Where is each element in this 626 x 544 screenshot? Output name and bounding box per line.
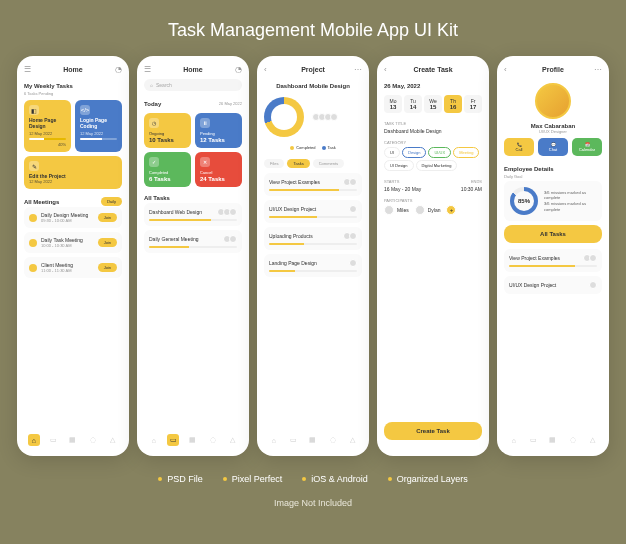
search-input[interactable]: ⌕ Search <box>144 79 242 91</box>
nav-home-icon[interactable]: ⌂ <box>508 434 520 446</box>
calendar-day[interactable]: Th16 <box>444 95 462 113</box>
input-dates[interactable]: 16 May - 20 May <box>384 186 421 192</box>
meeting-item[interactable]: Daily Task Meeting 10:00 - 10:30 AM Join <box>24 232 122 253</box>
menu-icon[interactable]: ☰ <box>144 65 151 74</box>
daily-goal-label: Daily Goal <box>504 174 602 179</box>
tab-comments[interactable]: Comments <box>313 159 344 168</box>
stat-label: Pending <box>200 131 237 136</box>
meeting-item[interactable]: Daily Design Meeting 09:30 - 10:00 AM Jo… <box>24 207 122 228</box>
nav-home-icon[interactable]: ⌂ <box>268 434 280 446</box>
profile-avatar[interactable] <box>535 83 571 119</box>
design-icon: ◧ <box>29 105 39 115</box>
stat-completed[interactable]: ✓ Completed 6 Tasks <box>144 152 191 187</box>
filter-pill[interactable]: Daily <box>101 197 122 206</box>
notification-icon[interactable]: ◔ <box>115 65 122 74</box>
calendar-day[interactable]: We15 <box>424 95 442 113</box>
nav-profile-icon[interactable]: △ <box>586 434 598 446</box>
input-time[interactable]: 10:30 AM <box>461 186 482 192</box>
back-icon[interactable]: ‹ <box>504 65 507 74</box>
calendar-button[interactable]: 📅Calendar <box>572 138 602 156</box>
clock-icon: ◷ <box>149 118 159 128</box>
nav-profile-icon[interactable]: △ <box>346 434 358 446</box>
nav-profile-icon[interactable]: △ <box>106 434 118 446</box>
nav-folder-icon[interactable]: ▭ <box>287 434 299 446</box>
input-task-title[interactable]: Dashboard Mobile Design <box>384 128 482 134</box>
nav-folder-icon[interactable]: ▭ <box>167 434 179 446</box>
nav-calendar-icon[interactable]: ▦ <box>67 434 79 446</box>
nav-chat-icon[interactable]: ◌ <box>207 434 219 446</box>
today-date: 26 May 2022 <box>219 101 242 106</box>
category-pill[interactable]: UI/UX <box>428 147 451 158</box>
calendar-day[interactable]: Fr17 <box>464 95 482 113</box>
stat-pending[interactable]: ⏸ Pending 12 Tasks <box>195 113 242 148</box>
task-card[interactable]: ✎ Edit the Project 12 May 2022 <box>24 156 122 189</box>
status-dot <box>29 239 37 247</box>
nav-calendar-icon[interactable]: ▦ <box>547 434 559 446</box>
category-pill[interactable]: Design <box>402 147 426 158</box>
nav-folder-icon[interactable]: ▭ <box>47 434 59 446</box>
assignee-avatars <box>217 208 237 216</box>
task-list-item[interactable]: Uploading Products <box>264 227 362 250</box>
stat-ongoing[interactable]: ◷ Ongoing 10 Tasks <box>144 113 191 148</box>
screen-title: Create Task <box>413 66 452 73</box>
task-list-item[interactable]: UI/UX Design Project <box>264 200 362 223</box>
goal-line: 3/6 missions marked as complete <box>544 190 596 201</box>
create-task-button[interactable]: Create Task <box>384 422 482 440</box>
category-pill[interactable]: Meeting <box>453 147 479 158</box>
task-list-item[interactable]: Daily General Meeting <box>144 230 242 253</box>
participant[interactable]: Miles <box>384 205 409 215</box>
label-category: CATEGORY <box>384 140 482 145</box>
nav-chat-icon[interactable]: ◌ <box>87 434 99 446</box>
nav-folder-icon[interactable]: ▭ <box>527 434 539 446</box>
more-icon[interactable]: ⋯ <box>354 65 362 74</box>
menu-icon[interactable]: ☰ <box>24 65 31 74</box>
code-icon: </> <box>80 105 90 115</box>
nav-calendar-icon[interactable]: ▦ <box>187 434 199 446</box>
all-tasks-button[interactable]: All Tasks <box>504 225 602 243</box>
tab-files[interactable]: Files <box>264 159 284 168</box>
bottom-nav: ⌂ ▭ ▦ ◌ △ <box>504 430 602 446</box>
stat-value: 12 Tasks <box>200 137 237 143</box>
nav-home-icon[interactable]: ⌂ <box>28 434 40 446</box>
task-card[interactable]: </> Login Page Coding 12 May 2022 <box>75 100 122 152</box>
nav-profile-icon[interactable]: △ <box>226 434 238 446</box>
call-button[interactable]: 📞Call <box>504 138 534 156</box>
task-card[interactable]: ◧ Home Page Design 12 May 2022 40% <box>24 100 71 152</box>
category-pill[interactable]: Digital Marketing <box>416 160 458 171</box>
join-button[interactable]: Join <box>98 213 117 222</box>
stat-value: 6 Tasks <box>149 176 186 182</box>
task-list-item[interactable]: Dashboard Web Design <box>144 203 242 226</box>
task-date: 12 May 2022 <box>80 131 117 136</box>
notification-icon[interactable]: ◔ <box>235 65 242 74</box>
calendar-day[interactable]: Mo13 <box>384 95 402 113</box>
category-pill[interactable]: UI <box>384 147 400 158</box>
nav-chat-icon[interactable]: ◌ <box>327 434 339 446</box>
nav-home-icon[interactable]: ⌂ <box>148 434 160 446</box>
add-participant-button[interactable]: + <box>446 205 456 215</box>
task-name: View Project Examples <box>509 255 560 261</box>
pause-icon: ⏸ <box>200 118 210 128</box>
join-button[interactable]: Join <box>98 263 117 272</box>
tab-tasks[interactable]: Tasks <box>287 159 309 168</box>
stat-cancel[interactable]: ✕ Cancel 24 Tasks <box>195 152 242 187</box>
task-date: 12 May 2022 <box>29 179 66 184</box>
task-list-item[interactable]: View Project Examples <box>264 173 362 196</box>
chat-button[interactable]: 💬Chat <box>538 138 568 156</box>
task-list-item[interactable]: UI/UX Design Project <box>504 276 602 294</box>
nav-chat-icon[interactable]: ◌ <box>567 434 579 446</box>
meeting-time: 09:30 - 10:00 AM <box>41 218 94 223</box>
back-icon[interactable]: ‹ <box>384 65 387 74</box>
participant[interactable]: Dylan <box>415 205 441 215</box>
category-pill[interactable]: UI Design <box>384 160 414 171</box>
calendar-day[interactable]: Tu14 <box>404 95 422 113</box>
selected-date: 26 May, 2022 <box>384 83 482 89</box>
task-list-item[interactable]: Landing Page Design <box>264 254 362 277</box>
back-icon[interactable]: ‹ <box>264 65 267 74</box>
stat-value: 10 Tasks <box>149 137 186 143</box>
weekly-tasks-heading: My Weekly Tasks <box>24 83 122 89</box>
meeting-item[interactable]: Client Meeting 11:00 - 11:30 AM Join <box>24 257 122 278</box>
task-list-item[interactable]: View Project Examples <box>504 249 602 272</box>
more-icon[interactable]: ⋯ <box>594 65 602 74</box>
nav-calendar-icon[interactable]: ▦ <box>307 434 319 446</box>
join-button[interactable]: Join <box>98 238 117 247</box>
